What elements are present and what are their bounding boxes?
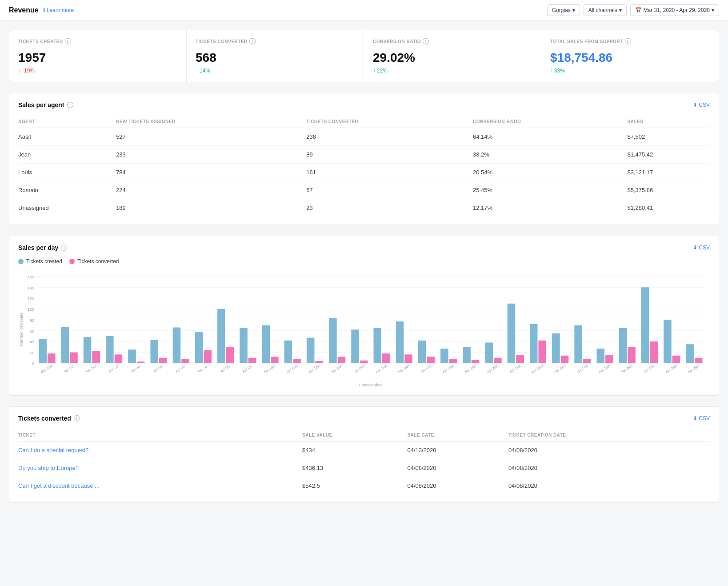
cell-ticket-link[interactable]: Can I get a discount because ... [18,477,302,495]
metric-change-total-sales: ↑ 33% [550,68,710,74]
metric-tickets-converted: TICKETS CONVERTED i 568 ↑ 14% [187,30,364,82]
svg-text:Mar 31st: Mar 31st [40,363,53,374]
cell-creation-date: 04/08/2020 [508,459,710,477]
svg-text:Apr 10th: Apr 10th [263,364,276,374]
table-row: Louis 784 161 20.54% $3,121.17 [18,164,710,181]
svg-rect-53 [293,359,301,363]
col-ratio: CONVERSION RATIO [473,116,628,128]
metric-value-tickets-converted: 568 [196,51,355,65]
svg-text:Apr 14th: Apr 14th [352,364,365,374]
top-header: Revenue ℹ Learn more Gorgias ▾ All chann… [0,0,728,21]
cell-agent: Aasif [18,128,116,146]
cell-ticket-link[interactable]: Do you ship to Europe? [18,459,302,477]
arrow-up-icon: ↑ [196,68,198,74]
sales-per-day-csv[interactable]: ⬇ CSV [693,245,710,251]
info-icon[interactable]: i [67,102,73,108]
svg-rect-65 [382,353,390,363]
page-title: Revenue [9,6,39,14]
table-header-row: AGENT NEW TICKETS ASSIGNED TICKETS CONVE… [18,116,710,128]
svg-text:Apr 21st: Apr 21st [509,364,522,374]
svg-rect-101 [650,341,658,363]
svg-text:Apr 2nd: Apr 2nd [85,364,97,374]
cell-agent: Unassigned [18,199,116,217]
chart-legend: Tickets created Tickets converted [18,258,710,265]
svg-rect-31 [128,349,136,363]
col-agent: AGENT [18,116,116,128]
svg-rect-86 [538,341,546,363]
col-ticket: TICKET [18,429,302,442]
metric-label-tickets-created: TICKETS CREATED i [18,38,177,44]
arrow-up-icon: ↑ [550,68,553,74]
svg-rect-58 [329,318,337,363]
svg-text:Apr 3rd: Apr 3rd [108,364,120,373]
chevron-down-icon: ▾ [572,7,575,13]
svg-text:Apr 24th: Apr 24th [576,364,588,374]
info-icon[interactable]: i [625,38,631,44]
cell-sales: $1,475.42 [628,146,710,164]
svg-rect-83 [516,355,524,363]
svg-rect-94 [597,349,605,363]
svg-rect-56 [315,361,323,363]
legend-tickets-created: Tickets created [18,258,62,265]
table-row: Jean 233 89 38.2% $1,475.42 [18,146,710,164]
info-icon[interactable]: i [423,38,429,44]
svg-rect-61 [351,329,359,363]
col-sale-date: SALE DATE [407,429,508,442]
svg-rect-70 [418,341,426,363]
svg-text:Apr 13th: Apr 13th [330,364,343,374]
svg-text:20: 20 [30,350,34,355]
svg-text:Creation date: Creation date [359,383,383,387]
info-icon[interactable]: i [65,38,71,44]
metrics-row: TICKETS CREATED i 1957 ↓ -19% TICKETS CO… [9,30,719,82]
svg-rect-26 [92,351,100,363]
svg-text:Apr 27th: Apr 27th [643,364,656,374]
info-icon[interactable]: i [74,415,80,421]
sales-per-day-title: Sales per day i [18,244,67,251]
svg-rect-82 [508,304,516,363]
cell-sale-value: $436.13 [302,459,407,477]
learn-more-link[interactable]: ℹ Learn more [43,7,74,13]
date-range-filter[interactable]: 📅 Mar 31, 2020 - Apr 29, 2020 ▾ [630,4,719,16]
chevron-down-icon: ▾ [619,7,622,13]
info-icon[interactable]: i [61,245,67,251]
svg-text:100: 100 [28,307,34,312]
header-right: Gorgias ▾ All channels ▾ 📅 Mar 31, 2020 … [547,4,719,16]
cell-sale-date: 04/08/2020 [407,477,508,495]
cell-ratio: 64.14% [473,128,628,146]
svg-rect-29 [115,354,123,363]
tickets-converted-header: Tickets converted i ⬇ CSV [18,415,710,422]
table-row: Romain 224 57 25.45% $5,375.86 [18,181,710,199]
svg-text:80: 80 [30,318,34,322]
svg-text:Apr 28th: Apr 28th [665,364,678,374]
sales-per-agent-csv[interactable]: ⬇ CSV [693,102,710,108]
svg-text:160: 160 [28,275,34,279]
svg-rect-44 [226,347,234,363]
svg-text:Apr 1st: Apr 1st [64,364,75,373]
metric-value-conversion-ratio: 29.02% [373,51,532,65]
channels-filter[interactable]: All channels ▾ [584,4,627,16]
metric-conversion-ratio: CONVERSION RATIO i 29.02% ↑ 22% [364,30,541,82]
legend-dot-created [18,259,24,264]
tickets-converted-table: TICKET SALE VALUE SALE DATE TICKET CREAT… [18,429,710,494]
info-icon[interactable]: i [249,38,256,44]
svg-rect-38 [181,359,189,363]
svg-rect-47 [248,358,256,363]
col-new-tickets: NEW TICKETS ASSIGNED [116,116,306,128]
svg-rect-59 [338,357,346,363]
table-row: Do you ship to Europe? $436.13 04/08/202… [18,459,710,477]
svg-rect-85 [530,324,538,363]
cell-ticket-link[interactable]: Can I do a special request? [18,442,302,459]
svg-rect-107 [695,358,703,363]
cell-converted: 57 [306,181,473,199]
metric-change-tickets-converted: ↑ 14% [196,68,355,74]
metric-label-total-sales: TOTAL SALES FROM SUPPORT i [550,38,710,44]
svg-rect-71 [427,357,435,363]
account-filter[interactable]: Gorgias ▾ [547,4,580,16]
svg-text:Apr 12th: Apr 12th [308,364,321,374]
sales-per-agent-header: Sales per agent i ⬇ CSV [18,101,710,108]
svg-rect-34 [150,340,158,363]
svg-rect-79 [485,343,493,363]
cell-sale-date: 04/13/2020 [407,442,508,459]
svg-rect-88 [552,333,560,363]
tickets-converted-csv[interactable]: ⬇ CSV [693,415,710,421]
